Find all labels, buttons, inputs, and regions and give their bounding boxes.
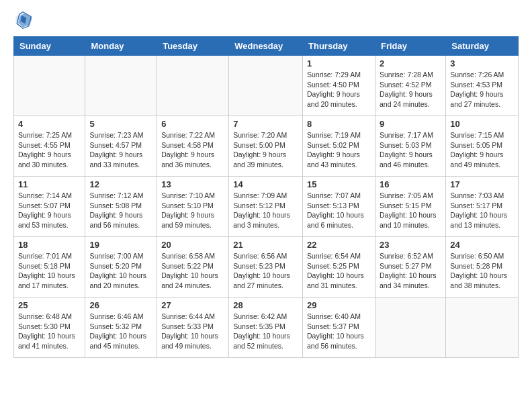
day-info: Sunrise: 7:09 AM Sunset: 5:12 PM Dayligh… xyxy=(233,191,298,230)
day-info: Sunrise: 7:20 AM Sunset: 5:00 PM Dayligh… xyxy=(233,130,298,170)
calendar-cell: 25Sunrise: 6:48 AM Sunset: 5:30 PM Dayli… xyxy=(14,298,85,358)
day-info: Sunrise: 7:12 AM Sunset: 5:08 PM Dayligh… xyxy=(89,191,152,230)
calendar-cell xyxy=(446,298,519,358)
day-number: 28 xyxy=(233,300,298,310)
day-number: 9 xyxy=(380,119,441,129)
calendar-cell: 6Sunrise: 7:22 AM Sunset: 4:58 PM Daylig… xyxy=(157,116,229,177)
calendar-cell: 16Sunrise: 7:05 AM Sunset: 5:15 PM Dayli… xyxy=(375,177,445,237)
day-info: Sunrise: 6:56 AM Sunset: 5:23 PM Dayligh… xyxy=(233,251,298,291)
calendar-cell: 17Sunrise: 7:03 AM Sunset: 5:17 PM Dayli… xyxy=(446,177,519,237)
calendar-cell: 5Sunrise: 7:23 AM Sunset: 4:57 PM Daylig… xyxy=(85,116,157,177)
day-number: 5 xyxy=(89,119,152,129)
day-number: 29 xyxy=(307,300,371,310)
calendar-cell: 21Sunrise: 6:56 AM Sunset: 5:23 PM Dayli… xyxy=(229,237,303,298)
calendar-cell: 14Sunrise: 7:09 AM Sunset: 5:12 PM Dayli… xyxy=(229,177,303,237)
calendar-cell: 4Sunrise: 7:25 AM Sunset: 4:55 PM Daylig… xyxy=(14,116,85,177)
calendar-cell xyxy=(375,298,445,358)
day-number: 14 xyxy=(233,179,298,189)
calendar-header-row: SundayMondayTuesdayWednesdayThursdayFrid… xyxy=(14,37,519,56)
calendar-cell: 7Sunrise: 7:20 AM Sunset: 5:00 PM Daylig… xyxy=(229,116,303,177)
day-info: Sunrise: 7:10 AM Sunset: 5:10 PM Dayligh… xyxy=(161,191,224,230)
logo xyxy=(13,11,35,30)
day-number: 27 xyxy=(161,300,224,310)
day-info: Sunrise: 6:52 AM Sunset: 5:27 PM Dayligh… xyxy=(380,251,441,291)
calendar-header-monday: Monday xyxy=(85,37,157,56)
day-info: Sunrise: 7:29 AM Sunset: 4:50 PM Dayligh… xyxy=(307,70,371,109)
day-number: 8 xyxy=(307,119,371,129)
calendar-week-row: 1Sunrise: 7:29 AM Sunset: 4:50 PM Daylig… xyxy=(14,56,519,116)
day-info: Sunrise: 7:19 AM Sunset: 5:02 PM Dayligh… xyxy=(307,130,371,170)
day-info: Sunrise: 7:17 AM Sunset: 5:03 PM Dayligh… xyxy=(380,130,441,170)
calendar-cell: 20Sunrise: 6:58 AM Sunset: 5:22 PM Dayli… xyxy=(157,237,229,298)
calendar-cell: 19Sunrise: 7:00 AM Sunset: 5:20 PM Dayli… xyxy=(85,237,157,298)
day-number: 19 xyxy=(89,240,152,250)
calendar-cell xyxy=(85,56,157,116)
day-number: 23 xyxy=(380,240,441,250)
logo-icon xyxy=(13,11,32,30)
day-info: Sunrise: 7:22 AM Sunset: 4:58 PM Dayligh… xyxy=(161,130,224,170)
calendar-header-saturday: Saturday xyxy=(446,37,519,56)
calendar-header-sunday: Sunday xyxy=(14,37,85,56)
day-number: 2 xyxy=(380,58,441,68)
page-header xyxy=(13,11,519,30)
day-info: Sunrise: 6:40 AM Sunset: 5:37 PM Dayligh… xyxy=(307,312,371,351)
calendar-week-row: 4Sunrise: 7:25 AM Sunset: 4:55 PM Daylig… xyxy=(14,116,519,177)
calendar-week-row: 25Sunrise: 6:48 AM Sunset: 5:30 PM Dayli… xyxy=(14,298,519,358)
day-number: 10 xyxy=(450,119,514,129)
calendar-cell: 18Sunrise: 7:01 AM Sunset: 5:18 PM Dayli… xyxy=(14,237,85,298)
calendar-cell: 24Sunrise: 6:50 AM Sunset: 5:28 PM Dayli… xyxy=(446,237,519,298)
calendar-cell: 12Sunrise: 7:12 AM Sunset: 5:08 PM Dayli… xyxy=(85,177,157,237)
day-number: 20 xyxy=(161,240,224,250)
day-number: 11 xyxy=(18,179,81,189)
calendar-cell: 11Sunrise: 7:14 AM Sunset: 5:07 PM Dayli… xyxy=(14,177,85,237)
day-info: Sunrise: 7:26 AM Sunset: 4:53 PM Dayligh… xyxy=(450,70,514,109)
day-info: Sunrise: 6:58 AM Sunset: 5:22 PM Dayligh… xyxy=(161,251,224,291)
calendar-cell: 29Sunrise: 6:40 AM Sunset: 5:37 PM Dayli… xyxy=(303,298,375,358)
day-info: Sunrise: 6:48 AM Sunset: 5:30 PM Dayligh… xyxy=(18,312,81,351)
day-info: Sunrise: 7:25 AM Sunset: 4:55 PM Dayligh… xyxy=(18,130,81,170)
calendar-week-row: 18Sunrise: 7:01 AM Sunset: 5:18 PM Dayli… xyxy=(14,237,519,298)
calendar-cell: 23Sunrise: 6:52 AM Sunset: 5:27 PM Dayli… xyxy=(375,237,445,298)
day-number: 22 xyxy=(307,240,371,250)
calendar-header-wednesday: Wednesday xyxy=(229,37,303,56)
calendar-cell xyxy=(14,56,85,116)
calendar-cell xyxy=(229,56,303,116)
calendar-cell xyxy=(157,56,229,116)
day-number: 7 xyxy=(233,119,298,129)
day-number: 4 xyxy=(18,119,81,129)
day-info: Sunrise: 7:03 AM Sunset: 5:17 PM Dayligh… xyxy=(450,191,514,230)
day-number: 24 xyxy=(450,240,514,250)
calendar-cell: 15Sunrise: 7:07 AM Sunset: 5:13 PM Dayli… xyxy=(303,177,375,237)
calendar-week-row: 11Sunrise: 7:14 AM Sunset: 5:07 PM Dayli… xyxy=(14,177,519,237)
day-info: Sunrise: 6:54 AM Sunset: 5:25 PM Dayligh… xyxy=(307,251,371,291)
day-info: Sunrise: 7:28 AM Sunset: 4:52 PM Dayligh… xyxy=(380,70,441,109)
day-number: 17 xyxy=(450,179,514,189)
calendar-cell: 28Sunrise: 6:42 AM Sunset: 5:35 PM Dayli… xyxy=(229,298,303,358)
day-info: Sunrise: 7:15 AM Sunset: 5:05 PM Dayligh… xyxy=(450,130,514,170)
calendar-cell: 3Sunrise: 7:26 AM Sunset: 4:53 PM Daylig… xyxy=(446,56,519,116)
day-number: 15 xyxy=(307,179,371,189)
calendar-cell: 9Sunrise: 7:17 AM Sunset: 5:03 PM Daylig… xyxy=(375,116,445,177)
day-number: 3 xyxy=(450,58,514,68)
day-number: 16 xyxy=(380,179,441,189)
calendar-header-tuesday: Tuesday xyxy=(157,37,229,56)
calendar-cell: 13Sunrise: 7:10 AM Sunset: 5:10 PM Dayli… xyxy=(157,177,229,237)
calendar-table: SundayMondayTuesdayWednesdayThursdayFrid… xyxy=(13,36,519,358)
calendar-header-thursday: Thursday xyxy=(303,37,375,56)
calendar-cell: 10Sunrise: 7:15 AM Sunset: 5:05 PM Dayli… xyxy=(446,116,519,177)
day-number: 12 xyxy=(89,179,152,189)
day-info: Sunrise: 7:01 AM Sunset: 5:18 PM Dayligh… xyxy=(18,251,81,291)
day-number: 6 xyxy=(161,119,224,129)
day-number: 1 xyxy=(307,58,371,68)
day-info: Sunrise: 6:42 AM Sunset: 5:35 PM Dayligh… xyxy=(233,312,298,351)
day-info: Sunrise: 7:05 AM Sunset: 5:15 PM Dayligh… xyxy=(380,191,441,230)
day-info: Sunrise: 6:44 AM Sunset: 5:33 PM Dayligh… xyxy=(161,312,224,351)
day-number: 13 xyxy=(161,179,224,189)
day-number: 21 xyxy=(233,240,298,250)
calendar-cell: 27Sunrise: 6:44 AM Sunset: 5:33 PM Dayli… xyxy=(157,298,229,358)
calendar-cell: 8Sunrise: 7:19 AM Sunset: 5:02 PM Daylig… xyxy=(303,116,375,177)
day-info: Sunrise: 6:50 AM Sunset: 5:28 PM Dayligh… xyxy=(450,251,514,291)
day-info: Sunrise: 7:23 AM Sunset: 4:57 PM Dayligh… xyxy=(89,130,152,170)
day-info: Sunrise: 6:46 AM Sunset: 5:32 PM Dayligh… xyxy=(89,312,152,351)
calendar-cell: 2Sunrise: 7:28 AM Sunset: 4:52 PM Daylig… xyxy=(375,56,445,116)
